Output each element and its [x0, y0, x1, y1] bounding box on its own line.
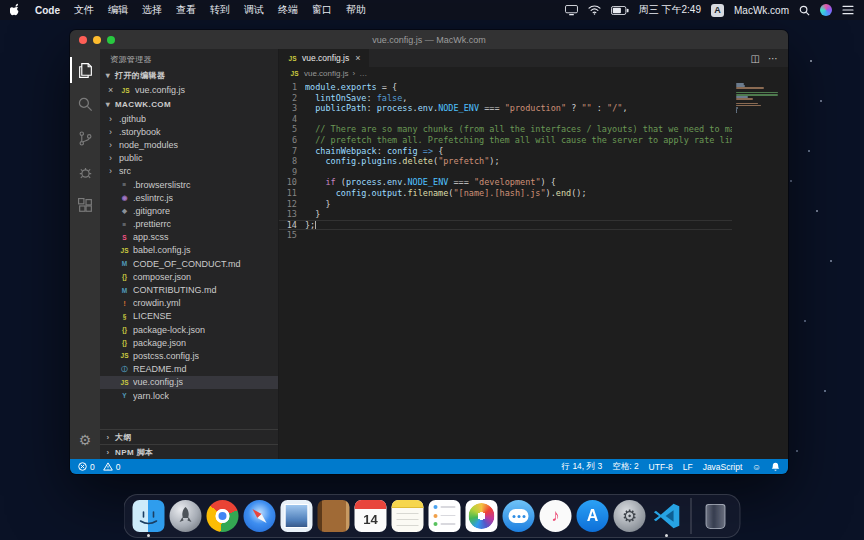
tree-item[interactable]: › node_modules — [100, 138, 278, 151]
tree-item[interactable]: › {} package.json — [100, 336, 278, 349]
menu-item[interactable]: 调试 — [244, 3, 264, 17]
dock-itunes-icon[interactable]: ♪ — [539, 499, 573, 533]
dock-notes-icon[interactable] — [391, 499, 425, 533]
tree-item[interactable]: › {} package-lock.json — [100, 323, 278, 336]
window-minimize-button[interactable] — [93, 36, 101, 44]
display-status-icon[interactable] — [565, 5, 578, 16]
tree-item[interactable]: › M CODE_OF_CONDUCT.md — [100, 257, 278, 270]
tree-item[interactable]: › Y yarn.lock — [100, 389, 278, 402]
problems-warnings[interactable]: 0 — [103, 462, 121, 472]
debug-icon[interactable] — [70, 155, 100, 189]
tree-item[interactable]: › JS vue.config.js — [100, 376, 278, 389]
code-line[interactable]: 6 // prefetch them all. Prefetching them… — [279, 135, 788, 146]
dock-chrome-icon[interactable] — [206, 499, 240, 533]
window-zoom-button[interactable] — [107, 36, 115, 44]
menu-item[interactable]: 查看 — [176, 3, 196, 17]
code-line[interactable]: 4 — [279, 114, 788, 125]
notifications-bell-icon[interactable] — [771, 462, 780, 472]
dock-system-preferences-icon[interactable]: ⚙ — [613, 499, 647, 533]
window-close-button[interactable] — [79, 36, 87, 44]
code-line[interactable]: 3 publicPath: process.env.NODE_ENV === "… — [279, 103, 788, 114]
settings-gear-icon[interactable]: ⚙ — [70, 425, 100, 455]
window-titlebar[interactable]: vue.config.js — MacWk.com — [70, 30, 788, 49]
sidebar-section-header[interactable]: › NPM 脚本 — [100, 444, 278, 459]
menu-item[interactable]: 帮助 — [346, 3, 366, 17]
tree-item[interactable]: › M CONTRIBUTING.md — [100, 283, 278, 296]
minimap[interactable] — [736, 83, 780, 116]
feedback-smiley-icon[interactable]: ☺ — [752, 462, 761, 472]
explorer-icon[interactable] — [70, 53, 100, 87]
dock-launchpad-icon[interactable] — [169, 499, 203, 533]
tree-item[interactable]: › ◆ .gitignore — [100, 204, 278, 217]
status-bar-item[interactable]: UTF-8 — [649, 462, 673, 472]
wifi-icon[interactable] — [588, 5, 601, 15]
dock-messages-icon[interactable] — [502, 499, 536, 533]
more-actions-icon[interactable]: ⋯ — [768, 53, 778, 64]
battery-icon[interactable] — [611, 6, 629, 15]
problems-errors[interactable]: 0 — [78, 462, 95, 472]
tree-item[interactable]: › public — [100, 152, 278, 165]
menu-item[interactable]: 文件 — [74, 3, 94, 17]
code-line[interactable]: 10 if (process.env.NODE_ENV === "develop… — [279, 177, 788, 188]
menu-item[interactable]: 窗口 — [312, 3, 332, 17]
apple-menu-icon[interactable] — [10, 3, 21, 18]
menu-app-name[interactable]: Code — [35, 5, 60, 16]
split-editor-icon[interactable]: ◫ — [751, 53, 760, 64]
open-editor-item[interactable]: × JS vue.config.js — [100, 83, 278, 97]
tab-close-icon[interactable]: × — [355, 53, 360, 63]
tree-item[interactable]: › ≡ .prettierrc — [100, 218, 278, 231]
breadcrumb[interactable]: JS vue.config.js › … — [279, 67, 788, 80]
menu-item[interactable]: 编辑 — [108, 3, 128, 17]
tree-item[interactable]: › JS postcss.config.js — [100, 349, 278, 362]
tree-item[interactable]: › .github — [100, 112, 278, 125]
dock-vscode-icon[interactable] — [650, 499, 684, 533]
tree-item[interactable]: › S app.scss — [100, 231, 278, 244]
code-line[interactable]: 15 — [279, 230, 788, 241]
status-bar-item[interactable]: 空格: 2 — [612, 461, 638, 473]
workspace-header[interactable]: ▾ MACWK.COM — [100, 97, 278, 112]
dock-contacts-icon[interactable] — [317, 499, 351, 533]
menu-item[interactable]: 转到 — [210, 3, 230, 17]
code-line[interactable]: 5 // There are so many chunks (from all … — [279, 124, 788, 135]
dock-trash-icon[interactable] — [699, 499, 733, 533]
input-method-icon[interactable]: A — [711, 4, 724, 17]
dock-safari-icon[interactable] — [243, 499, 277, 533]
menu-right-label[interactable]: MacWk.com — [734, 5, 789, 16]
menu-item[interactable]: 选择 — [142, 3, 162, 17]
open-editors-header[interactable]: ▾ 打开的编辑器 — [100, 68, 278, 83]
extensions-icon[interactable] — [70, 189, 100, 223]
dock-mail-icon[interactable] — [280, 499, 314, 533]
code-line[interactable]: 7 chainWebpack: config => { — [279, 146, 788, 157]
dock-photos-icon[interactable] — [465, 499, 499, 533]
status-bar-item[interactable]: LF — [683, 462, 693, 472]
code-editor[interactable]: 1module.exports = {2 lintOnSave: false,3… — [279, 80, 788, 459]
tab-vue-config[interactable]: JS vue.config.js × — [279, 49, 370, 67]
menu-item[interactable]: 终端 — [278, 3, 298, 17]
source-control-icon[interactable] — [70, 121, 100, 155]
code-line[interactable]: 12 } — [279, 199, 788, 210]
tree-item[interactable]: › § LICENSE — [100, 310, 278, 323]
search-icon[interactable] — [70, 87, 100, 121]
notification-center-icon[interactable] — [842, 5, 854, 15]
code-line[interactable]: 8 config.plugins.delete("prefetch"); — [279, 156, 788, 167]
siri-icon[interactable] — [820, 4, 832, 16]
tree-item[interactable]: › .storybook — [100, 125, 278, 138]
code-line[interactable]: 9 — [279, 167, 788, 178]
menu-clock[interactable]: 周三 下午2:49 — [639, 3, 701, 17]
status-bar-item[interactable]: 行 14, 列 3 — [562, 461, 603, 473]
close-icon[interactable]: × — [108, 85, 116, 95]
dock-app-store-icon[interactable]: A — [576, 499, 610, 533]
sidebar-section-header[interactable]: › 大纲 — [100, 429, 278, 444]
tree-item[interactable]: › src — [100, 165, 278, 178]
code-line[interactable]: 2 lintOnSave: false, — [279, 93, 788, 104]
tree-item[interactable]: › ! crowdin.yml — [100, 297, 278, 310]
code-line[interactable]: 14}; — [279, 220, 788, 231]
tree-item[interactable]: › {} composer.json — [100, 270, 278, 283]
tree-item[interactable]: › ◉ .eslintrc.js — [100, 191, 278, 204]
dock-calendar-icon[interactable]: 14 — [354, 499, 388, 533]
code-line[interactable]: 13 } — [279, 209, 788, 220]
code-line[interactable]: 1module.exports = { — [279, 82, 788, 93]
dock-reminders-icon[interactable] — [428, 499, 462, 533]
tree-item[interactable]: › JS babel.config.js — [100, 244, 278, 257]
code-line[interactable]: 11 config.output.filename("[name].[hash]… — [279, 188, 788, 199]
